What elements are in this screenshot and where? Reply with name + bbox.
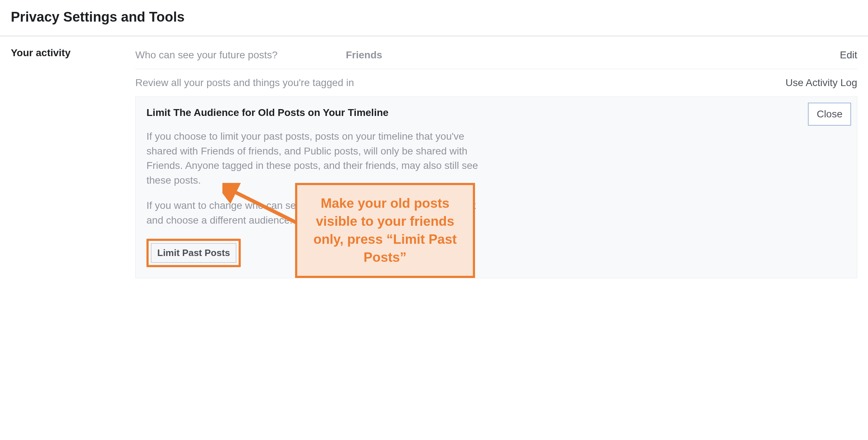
limit-old-posts-panel: Close Limit The Audience for Old Posts o…	[135, 96, 857, 278]
annotation-callout: Make your old posts visible to your frie…	[295, 183, 475, 278]
section-heading-your-activity: Your activity	[11, 47, 135, 59]
limit-past-posts-button[interactable]: Limit Past Posts	[151, 243, 236, 263]
row-label-review-posts: Review all your posts and things you're …	[135, 77, 786, 89]
panel-title: Limit The Audience for Old Posts on Your…	[146, 107, 846, 118]
panel-paragraph-1: If you choose to limit your past posts, …	[146, 129, 492, 188]
row-review-posts[interactable]: Review all your posts and things you're …	[135, 69, 857, 96]
page-title: Privacy Settings and Tools	[0, 0, 868, 36]
row-label-future-posts: Who can see your future posts?	[135, 49, 346, 61]
close-button[interactable]: Close	[808, 103, 851, 126]
use-activity-log-link[interactable]: Use Activity Log	[786, 77, 857, 89]
section-sidebar: Your activity	[0, 47, 135, 278]
row-future-posts[interactable]: Who can see your future posts? Friends E…	[135, 47, 857, 69]
annotation-highlight-box: Limit Past Posts	[146, 239, 241, 267]
row-value-future-posts: Friends	[346, 49, 840, 61]
edit-link[interactable]: Edit	[840, 49, 857, 61]
settings-list: Who can see your future posts? Friends E…	[135, 47, 868, 278]
